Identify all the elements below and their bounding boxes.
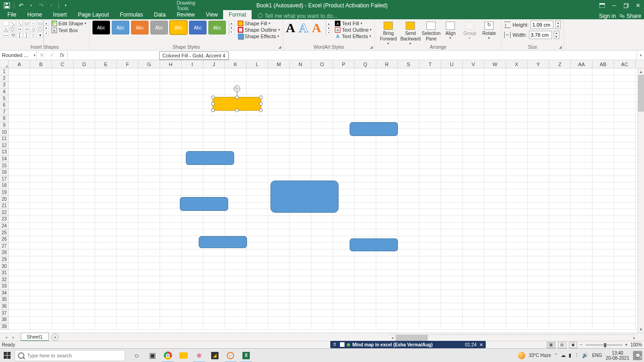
close-button[interactable]: ✕	[632, 0, 644, 11]
column-header[interactable]: C	[52, 60, 74, 68]
app-icon-1[interactable]: ◢	[207, 349, 223, 362]
column-header[interactable]: H	[160, 60, 182, 68]
height-spin-up[interactable]: ▲	[556, 21, 560, 25]
row-header[interactable]: 25	[0, 229, 9, 236]
shapes-scroll-up[interactable]: ▲	[44, 21, 49, 26]
column-header[interactable]: A	[9, 60, 30, 68]
blue-shape-2[interactable]	[186, 151, 234, 165]
resize-handle-se[interactable]	[259, 108, 263, 112]
style-swatch-gold[interactable]: Abc	[170, 21, 187, 34]
column-header[interactable]: B	[30, 60, 52, 68]
column-header[interactable]: X	[506, 60, 528, 68]
hscroll-thumb[interactable]	[396, 335, 428, 341]
normal-view-button[interactable]: ▦	[547, 342, 555, 348]
row-header[interactable]: 20	[0, 196, 9, 203]
column-header[interactable]: P	[333, 60, 355, 68]
row-header[interactable]: 8	[0, 115, 9, 122]
clock[interactable]: 13:40 20-08-2021	[606, 351, 629, 361]
column-header[interactable]: D	[74, 60, 95, 68]
row-header[interactable]: 17	[0, 176, 9, 183]
page-layout-view-button[interactable]: ▤	[558, 342, 566, 348]
row-header[interactable]: 36	[0, 303, 9, 310]
start-button[interactable]	[0, 349, 14, 362]
column-header[interactable]: F	[117, 60, 138, 68]
sheet-nav-prev[interactable]: ◂	[3, 335, 9, 339]
shapes-scroll-down[interactable]: ▼	[44, 26, 49, 31]
row-header[interactable]: 38	[0, 317, 9, 323]
styles-scroll-up[interactable]: ▲	[229, 21, 234, 25]
share-button[interactable]: Share	[620, 13, 641, 19]
blue-shape-6[interactable]	[350, 238, 398, 251]
shapes-more[interactable]: ▾	[44, 31, 49, 36]
row-header[interactable]: 9	[0, 122, 9, 129]
column-header[interactable]: Z	[549, 60, 571, 68]
column-header[interactable]: AA	[571, 60, 592, 68]
text-effects-button[interactable]: AText Effects ▾	[335, 34, 372, 39]
style-swatch-blue[interactable]: Abc	[112, 21, 129, 34]
column-header[interactable]: T	[420, 60, 441, 68]
text-outline-button[interactable]: AText Outline ▾	[335, 27, 372, 33]
row-header[interactable]: 34	[0, 290, 9, 297]
qat-customize[interactable]: ▾	[62, 1, 70, 10]
row-header[interactable]: 11	[0, 136, 9, 142]
column-header[interactable]: J	[203, 60, 225, 68]
column-header[interactable]: L	[247, 60, 268, 68]
column-header[interactable]: W	[484, 60, 506, 68]
column-header[interactable]: O	[311, 60, 333, 68]
row-header[interactable]: 21	[0, 203, 9, 209]
column-header[interactable]: Q	[355, 60, 376, 68]
zoom-out-button[interactable]: −	[580, 342, 583, 347]
new-sheet-button[interactable]: +	[52, 334, 59, 341]
blue-shape-3[interactable]	[180, 197, 228, 211]
restore-button[interactable]	[620, 0, 632, 11]
shape-fill-button[interactable]: Shape Fill ▾	[238, 21, 280, 26]
formula-bar[interactable]	[68, 51, 637, 60]
tab-page-layout[interactable]: Page Layout	[72, 10, 114, 19]
battery-icon[interactable]: ▮	[569, 352, 571, 358]
file-explorer-icon[interactable]	[176, 349, 191, 362]
hscroll-left[interactable]: ◂	[389, 335, 396, 341]
worksheet-grid[interactable]: ABCDEFGHIJKLMNOPQRSTUVWXYZAAABAC 1234567…	[0, 60, 644, 333]
wifi-icon[interactable]: ⋮	[574, 352, 579, 358]
size-launcher[interactable]: ◢	[558, 45, 563, 49]
column-header[interactable]: N	[290, 60, 311, 68]
row-header[interactable]: 24	[0, 223, 9, 230]
volume-icon[interactable]: 🔊	[582, 352, 588, 358]
sheet-tab-sheet1[interactable]: Sheet1	[21, 333, 49, 341]
tab-format[interactable]: Format	[223, 10, 252, 19]
height-input[interactable]	[530, 21, 553, 29]
row-header[interactable]: 12	[0, 142, 9, 149]
vertical-scrollbar[interactable]: ▲ ▼	[638, 68, 644, 333]
row-header[interactable]: 15	[0, 162, 9, 169]
rotate-button[interactable]: ↻Rotate▾	[480, 21, 498, 45]
task-view-icon[interactable]: ▣	[144, 349, 160, 362]
column-header[interactable]: K	[225, 60, 247, 68]
resize-handle-ne[interactable]	[259, 96, 263, 99]
recorder-stop-icon[interactable]	[340, 342, 345, 347]
row-header[interactable]: 22	[0, 209, 9, 216]
signin-link[interactable]: Sign in	[599, 13, 616, 19]
column-header[interactable]: S	[398, 60, 420, 68]
row-header[interactable]: 37	[0, 310, 9, 317]
tab-home[interactable]: Home	[22, 10, 47, 19]
shape-styles-launcher[interactable]: ◢	[277, 45, 282, 49]
tab-file[interactable]: File	[2, 10, 22, 19]
tab-formulas[interactable]: Formulas	[115, 10, 149, 19]
width-spin-up[interactable]: ▲	[554, 31, 559, 35]
minimize-button[interactable]: ─	[608, 0, 620, 11]
tell-me-search[interactable]: Tell me what you want to do...	[258, 13, 337, 19]
edit-shape-button[interactable]: Edit Shape ▾	[52, 21, 86, 26]
row-header[interactable]: 13	[0, 149, 9, 156]
shapes-gallery[interactable]: ＼＼▭○▭ △⬡⇨⇦◇⬠ —⟲{}☆▾	[3, 21, 43, 44]
column-header[interactable]: E	[95, 60, 117, 68]
selection-pane-button[interactable]: Selection Pane	[422, 21, 440, 45]
wordart-style-3[interactable]: A	[312, 21, 321, 35]
page-break-view-button[interactable]: ▣	[569, 342, 577, 348]
column-header[interactable]: M	[268, 60, 290, 68]
tab-review[interactable]: Review	[171, 10, 200, 19]
style-swatch-darkblue[interactable]: Abc	[189, 21, 207, 34]
horizontal-scrollbar[interactable]: ◂ ▸	[389, 334, 638, 341]
row-header[interactable]: 3	[0, 82, 9, 89]
resize-handle-n[interactable]	[235, 96, 239, 99]
zoom-slider[interactable]	[586, 345, 622, 345]
